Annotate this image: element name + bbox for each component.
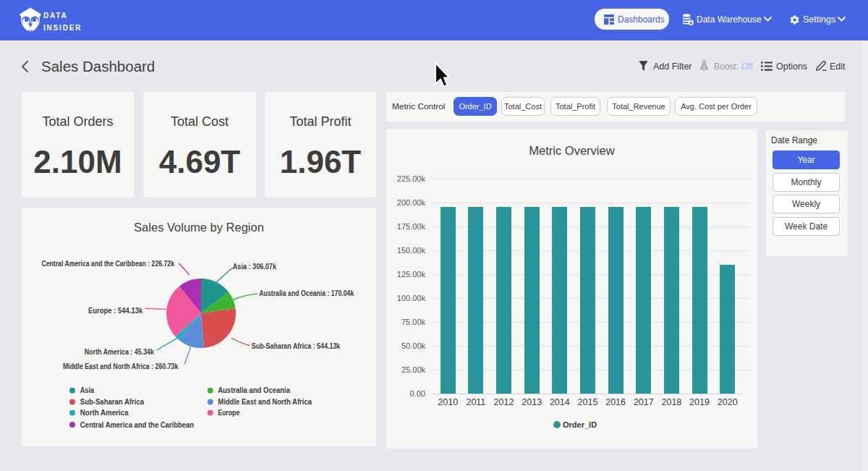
svg-text:Europe : 544.13k: Europe : 544.13k [88, 306, 142, 315]
svg-text:Sub-Saharan Africa : 544.13k: Sub-Saharan Africa : 544.13k [252, 341, 341, 350]
svg-text:Australia and Oceania: Australia and Oceania [218, 386, 290, 394]
svg-text:Middle East and North Africa: Middle East and North Africa [218, 397, 312, 406]
svg-text:North America : 45.34k: North America : 45.34k [85, 347, 154, 356]
svg-text:Central America and the Caribb: Central America and the Caribbean [80, 420, 194, 429]
svg-text:Middle East and North Africa :: Middle East and North Africa : 260.73k [63, 362, 178, 370]
svg-text:North America: North America [80, 408, 129, 417]
svg-text:Asia : 306.07k: Asia : 306.07k [233, 262, 276, 271]
svg-text:Europe: Europe [218, 408, 239, 417]
svg-text:Asia: Asia [80, 386, 94, 394]
svg-text:Sub-Saharan Africa: Sub-Saharan Africa [80, 397, 144, 406]
svg-text:Australia and Oceania : 170.04: Australia and Oceania : 170.04k [259, 289, 354, 297]
svg-text:Central America and the Caribb: Central America and the Caribbean : 226.… [41, 259, 174, 268]
